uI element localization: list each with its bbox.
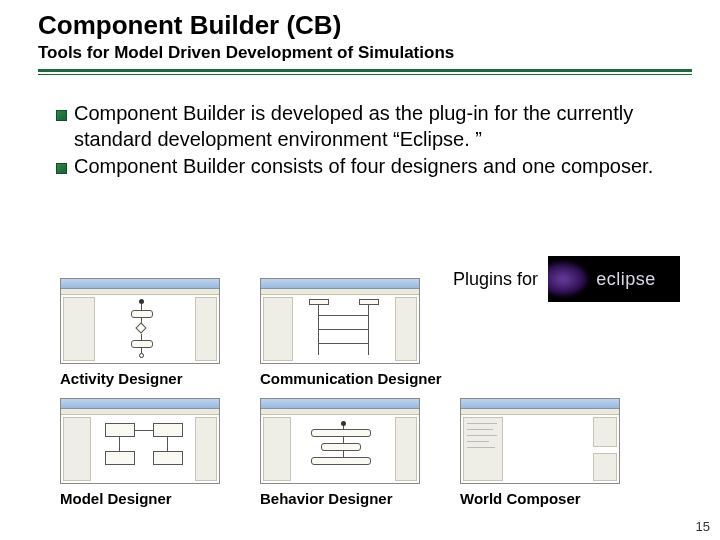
screenshot-grid: Activity Designer Communication Design <box>60 278 680 510</box>
caption-communication: Communication Designer <box>260 370 442 387</box>
cell-communication: Communication Designer <box>260 278 442 387</box>
slide: Component Builder (CB) Tools for Model D… <box>0 0 720 540</box>
caption-behavior: Behavior Designer <box>260 490 420 507</box>
title-rule <box>38 69 692 75</box>
cell-world: World Composer <box>460 398 620 507</box>
thumb-model <box>60 398 220 484</box>
caption-model: Model Designer <box>60 490 220 507</box>
cell-activity: Activity Designer <box>60 278 220 387</box>
bullet-list: Component Builder is developed as the pl… <box>38 101 692 180</box>
page-number: 15 <box>696 519 710 534</box>
bullet-item: Component Builder consists of four desig… <box>56 154 692 180</box>
cell-model: Model Designer <box>60 398 220 507</box>
slide-subtitle: Tools for Model Driven Development of Si… <box>38 43 692 63</box>
bullet-item: Component Builder is developed as the pl… <box>56 101 692 152</box>
eclipse-text: eclipse <box>596 269 656 290</box>
caption-activity: Activity Designer <box>60 370 220 387</box>
caption-world: World Composer <box>460 490 620 507</box>
thumb-world <box>460 398 620 484</box>
cell-behavior: Behavior Designer <box>260 398 420 507</box>
thumb-communication <box>260 278 420 364</box>
slide-title: Component Builder (CB) <box>38 10 692 41</box>
thumb-activity <box>60 278 220 364</box>
thumb-behavior <box>260 398 420 484</box>
